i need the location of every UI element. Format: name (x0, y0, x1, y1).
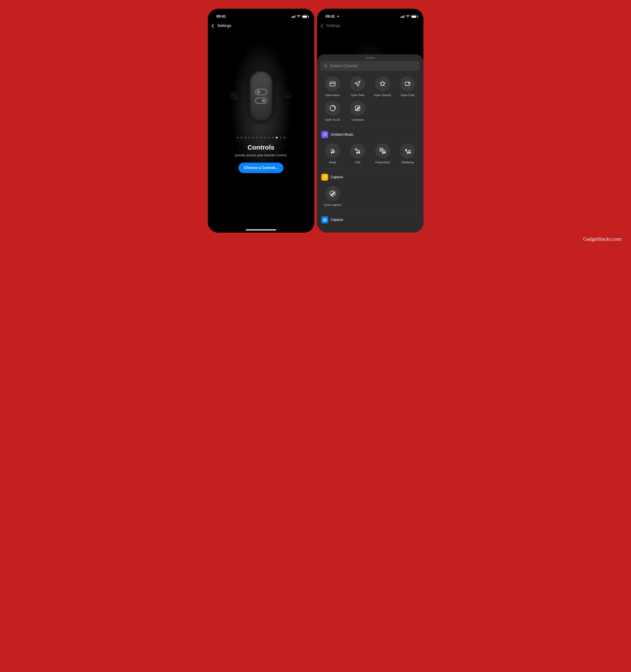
svg-rect-8 (405, 82, 410, 86)
page-dot[interactable] (256, 137, 258, 139)
phone-left: 09:41 Settings Controls Quickly access y… (208, 9, 314, 233)
svg-rect-33 (323, 219, 326, 221)
svg-line-1 (235, 98, 237, 100)
section-grid: Quick capture (320, 186, 420, 207)
control-label: Wellbeing (402, 161, 414, 164)
control-label: Quick capture (324, 203, 341, 207)
wifi-icon (406, 15, 410, 18)
page-dot[interactable] (268, 137, 270, 139)
app-icon (321, 216, 328, 223)
page-dot[interactable] (280, 137, 282, 139)
back-nav[interactable]: Settings (208, 20, 314, 31)
app-icon (321, 131, 328, 138)
choose-control-button[interactable]: Choose a Control... (239, 163, 284, 173)
svg-point-13 (325, 135, 326, 136)
star-icon (375, 76, 390, 91)
productivity_music-icon (375, 143, 390, 159)
action-button-preview (229, 70, 293, 122)
watermark: GadgetHacks.com (583, 236, 622, 242)
chevron-back-icon (321, 24, 325, 28)
search-placeholder: Search Controls (330, 64, 358, 68)
quick_capture-icon (325, 186, 340, 201)
control-label: Open To Do (325, 118, 340, 121)
section-grid: zzSleepChillProductivityWellbeing (320, 143, 420, 164)
svg-point-34 (324, 219, 325, 220)
svg-point-27 (384, 152, 385, 153)
folder-icon (325, 76, 340, 91)
control-label: Open Starred (374, 94, 391, 97)
battery-icon (302, 15, 308, 18)
toggle-off-icon (255, 89, 267, 95)
search-input[interactable]: Search Controls (320, 61, 420, 71)
section-header: Capture (321, 174, 419, 181)
battery-icon (411, 15, 417, 18)
page-dot[interactable] (284, 137, 285, 139)
page-dot[interactable] (241, 137, 242, 139)
section-header: Ambient Music (321, 131, 419, 138)
control-option[interactable]: Wellbeing (396, 143, 419, 164)
section-header: Capture (321, 216, 419, 223)
page-dot[interactable] (272, 137, 274, 139)
toggle-on-icon (255, 97, 267, 104)
control-option[interactable]: zzSleep (321, 143, 344, 164)
status-time: 09:41 (325, 14, 335, 19)
page-dot[interactable] (248, 137, 250, 139)
control-label: Compose (351, 118, 364, 121)
page-dot[interactable] (237, 137, 239, 139)
phone-right: 09:41 Settings Search Controls Open Inbo… (317, 9, 423, 233)
zoom-icon (229, 91, 239, 101)
control-option[interactable]: Chill (346, 143, 369, 164)
back-label: Settings (326, 23, 341, 28)
cellular-icon (291, 15, 295, 18)
location-icon (336, 15, 339, 18)
page-dot[interactable] (276, 137, 277, 139)
svg-text:z: z (330, 148, 331, 151)
svg-point-9 (408, 83, 409, 83)
svg-point-23 (357, 152, 358, 153)
sheet-grabber[interactable] (365, 57, 375, 58)
timer-icon (325, 101, 340, 116)
draft-icon (400, 76, 415, 91)
page-title: Controls (248, 144, 274, 151)
control-label: Open Draft (401, 94, 414, 97)
compose-icon (350, 101, 365, 116)
chevron-back-icon (212, 24, 216, 28)
chill_music-icon (350, 143, 365, 159)
wifi-icon (297, 15, 300, 18)
control-label: Sleep (329, 161, 336, 164)
top-actions-grid: Open InboxOpen SentOpen StarredOpen Draf… (320, 76, 420, 121)
control-option[interactable]: Quick capture (321, 186, 344, 207)
svg-rect-6 (330, 82, 335, 86)
control-option[interactable]: Open To Do (321, 101, 344, 121)
back-label: Settings (217, 23, 232, 28)
control-label: Chill (355, 161, 360, 164)
svg-point-30 (324, 178, 324, 178)
controls-sheet: Search Controls Open InboxOpen SentOpen … (317, 54, 423, 233)
control-label: Open Sent (351, 94, 364, 97)
svg-point-29 (409, 152, 410, 153)
svg-point-18 (356, 149, 357, 150)
svg-point-26 (382, 152, 383, 153)
control-option[interactable]: Open Inbox (321, 76, 344, 97)
divider (321, 211, 419, 211)
page-dot[interactable] (252, 137, 254, 139)
control-option[interactable]: Open Sent (346, 76, 369, 97)
control-option[interactable]: Productivity (371, 143, 394, 164)
control-option[interactable]: Open Starred (371, 76, 394, 97)
app-icon (321, 174, 328, 181)
sleep_music-icon: zz (325, 143, 340, 159)
svg-point-31 (325, 177, 326, 178)
send-icon (350, 76, 365, 91)
page-dots[interactable] (237, 137, 285, 139)
action-button-hardware (249, 70, 273, 122)
control-label: Open Inbox (325, 94, 340, 97)
page-dot[interactable] (245, 137, 246, 139)
page-dot[interactable] (264, 137, 266, 139)
control-option[interactable]: Compose (346, 101, 369, 121)
svg-point-24 (359, 152, 360, 153)
back-nav[interactable]: Settings (317, 20, 423, 31)
control-option[interactable]: Open Draft (396, 76, 419, 97)
page-dot[interactable] (260, 137, 262, 139)
section-title: Capture (331, 175, 343, 179)
status-time: 09:41 (217, 14, 226, 19)
